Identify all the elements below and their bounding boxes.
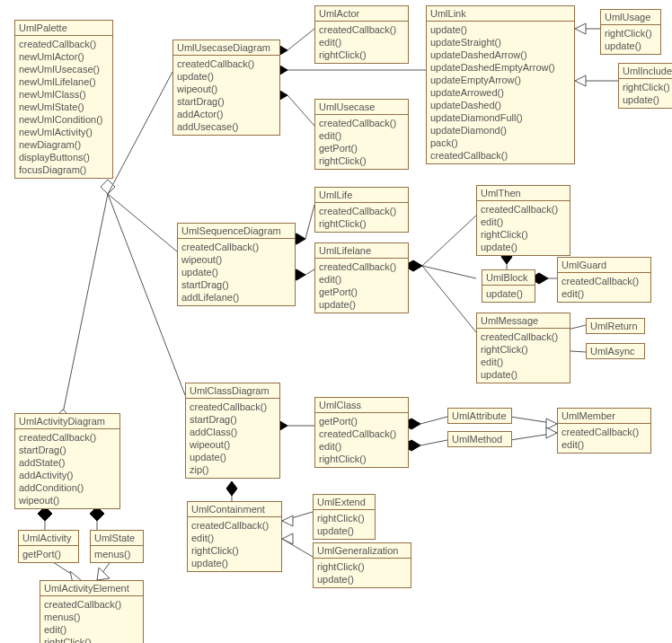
- method: rightClick(): [481, 228, 566, 241]
- class-name: UmlMethod: [448, 432, 511, 446]
- class-uml-usage[interactable]: UmlUsage rightClick() update(): [600, 9, 661, 55]
- class-name: UmlReturn: [587, 319, 644, 333]
- svg-line-21: [422, 216, 476, 266]
- class-uml-then[interactable]: UmlThen createdCallback() edit() rightCl…: [476, 185, 570, 256]
- class-uml-activity[interactable]: UmlActivity getPort(): [18, 530, 79, 563]
- svg-line-9: [287, 95, 314, 126]
- class-uml-usecase[interactable]: UmlUsecase createdCallback() edit() getP…: [314, 99, 409, 170]
- svg-line-19: [305, 269, 314, 275]
- class-methods: update() updateStraight() updateDashedAr…: [427, 22, 574, 163]
- class-name: UmlAsync: [587, 344, 644, 358]
- class-uml-life[interactable]: UmlLife createdCallback() rightClick(): [314, 187, 409, 233]
- class-name: UmlContainment: [188, 502, 281, 517]
- method: newDiagram(): [19, 138, 109, 151]
- method: updateEmptyArrow(): [430, 74, 570, 86]
- svg-marker-13: [575, 23, 586, 34]
- method: update(): [430, 23, 570, 36]
- class-methods: createdCallback() edit() rightClick() up…: [188, 517, 281, 571]
- class-methods: createdCallback() update() wipeout() sta…: [173, 56, 279, 135]
- method: addLifelane(): [181, 291, 291, 304]
- class-uml-generalization[interactable]: UmlGeneralization rightClick() update(): [313, 542, 411, 588]
- method: edit(): [481, 216, 566, 228]
- svg-marker-45: [282, 515, 293, 526]
- class-uml-attribute[interactable]: UmlAttribute: [447, 408, 512, 424]
- method: createdCallback(): [44, 598, 139, 611]
- class-uml-guard[interactable]: UmlGuard createdCallback() edit(): [557, 257, 651, 303]
- class-methods: createdCallback() wipeout() update() sta…: [178, 239, 295, 305]
- class-methods: createdCallback() startDrag() addClass()…: [186, 399, 279, 478]
- class-uml-extend[interactable]: UmlExtend rightClick() update(): [313, 494, 376, 540]
- class-methods: rightClick() update(): [314, 510, 375, 539]
- class-uml-class[interactable]: UmlClass getPort() createdCallback() edi…: [314, 397, 409, 468]
- class-uml-message[interactable]: UmlMessage createdCallback() rightClick(…: [476, 313, 570, 383]
- method: startDrag(): [181, 278, 291, 291]
- class-uml-link[interactable]: UmlLink update() updateStraight() update…: [426, 5, 575, 164]
- class-uml-method[interactable]: UmlMethod: [447, 431, 512, 447]
- class-uml-async[interactable]: UmlAsync: [586, 343, 645, 359]
- method: addState(): [19, 456, 116, 469]
- method: getPort(): [319, 415, 404, 427]
- class-name: UmlMessage: [477, 313, 570, 329]
- class-uml-activity-diagram[interactable]: UmlActivityDiagram createdCallback() sta…: [14, 413, 120, 509]
- method: createdCallback(): [561, 426, 647, 438]
- class-methods: createdCallback() edit() getPort() updat…: [315, 259, 408, 313]
- svg-line-39: [420, 440, 447, 445]
- method: edit(): [561, 438, 647, 451]
- method: createdCallback(): [481, 203, 566, 216]
- class-methods: createdCallback() edit(): [558, 273, 650, 302]
- class-uml-class-diagram[interactable]: UmlClassDiagram createdCallback() startD…: [185, 383, 280, 479]
- class-uml-return[interactable]: UmlReturn: [586, 318, 645, 334]
- class-name: UmlActivityElement: [40, 581, 143, 596]
- method: edit(): [319, 129, 404, 142]
- class-name: UmlSequenceDiagram: [178, 224, 295, 239]
- method: rightClick(): [623, 81, 669, 93]
- class-uml-usecase-diagram[interactable]: UmlUsecaseDiagram createdCallback() upda…: [172, 40, 280, 136]
- method: newUmlClass(): [19, 88, 109, 101]
- class-uml-lifelane[interactable]: UmlLifelane createdCallback() edit() get…: [314, 242, 409, 313]
- method: menus(): [44, 611, 139, 623]
- method: createdCallback(): [319, 117, 404, 129]
- svg-line-4: [63, 194, 108, 413]
- class-name: UmlMember: [558, 409, 650, 424]
- svg-line-22: [422, 266, 476, 278]
- class-uml-state[interactable]: UmlState menus(): [90, 530, 144, 563]
- method: addClass(): [190, 426, 276, 438]
- method: rightClick(): [44, 636, 139, 643]
- class-uml-activity-element[interactable]: UmlActivityElement createdCallback() men…: [40, 580, 144, 643]
- class-uml-member[interactable]: UmlMember createdCallback() edit(): [557, 408, 651, 454]
- method: edit(): [561, 287, 647, 300]
- method: update(): [623, 93, 669, 106]
- class-name: UmlClassDiagram: [186, 383, 279, 399]
- class-name: UmlClass: [315, 398, 408, 413]
- method: update(): [181, 266, 291, 278]
- class-uml-palette[interactable]: UmlPalette createdCallback() newUmlActor…: [14, 20, 113, 179]
- method: createdCallback(): [561, 275, 647, 287]
- svg-line-1: [108, 72, 172, 194]
- class-uml-include[interactable]: UmlInclude rightClick() update(): [618, 63, 672, 109]
- svg-marker-0: [101, 180, 115, 194]
- svg-line-46: [282, 539, 313, 557]
- method: edit(): [481, 356, 566, 368]
- method: wipeout(): [181, 253, 291, 266]
- method: getPort(): [319, 286, 404, 298]
- class-uml-containment[interactable]: UmlContainment createdCallback() edit() …: [187, 501, 282, 572]
- class-name: UmlLink: [427, 6, 574, 22]
- method: createdCallback(): [319, 260, 404, 273]
- method: updateDashed(): [430, 99, 570, 111]
- method: update(): [486, 287, 531, 300]
- method: updateDiamond(): [430, 124, 570, 137]
- method: createdCallback(): [191, 519, 278, 532]
- method: update(): [190, 451, 276, 463]
- class-uml-block[interactable]: UmlBlock update(): [482, 269, 535, 303]
- method: wipeout(): [177, 83, 276, 95]
- class-uml-actor[interactable]: UmlActor createdCallback() edit() rightC…: [314, 5, 409, 64]
- class-methods: update(): [482, 286, 535, 302]
- method: updateDiamondFull(): [430, 111, 570, 124]
- class-methods: getPort() createdCallback() edit() right…: [315, 413, 408, 467]
- svg-line-42: [510, 433, 557, 440]
- class-methods: menus(): [91, 546, 143, 562]
- method: updateArrowed(): [430, 86, 570, 99]
- class-uml-sequence-diagram[interactable]: UmlSequenceDiagram createdCallback() wip…: [177, 223, 296, 306]
- method: update(): [191, 557, 278, 569]
- class-name: UmlLifelane: [315, 243, 408, 259]
